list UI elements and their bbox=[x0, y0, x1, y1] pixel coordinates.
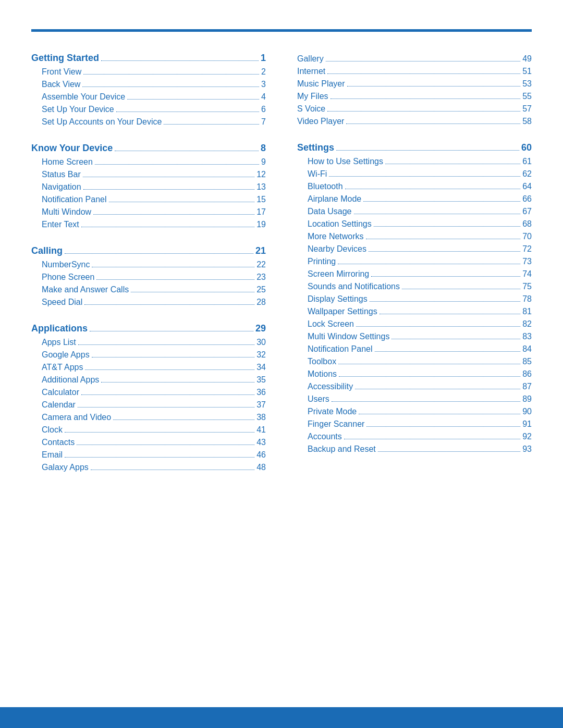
item-label: AT&T Apps bbox=[42, 363, 83, 372]
item-page: 48 bbox=[256, 463, 266, 472]
section-label: Getting Started bbox=[31, 53, 99, 64]
item-label: Navigation bbox=[42, 182, 81, 192]
item-page: 73 bbox=[522, 257, 532, 266]
item-page: 25 bbox=[256, 285, 266, 294]
item-dots bbox=[81, 227, 254, 227]
section-dots bbox=[90, 331, 253, 331]
section-header: Getting Started1 bbox=[31, 53, 266, 64]
item-dots bbox=[344, 439, 520, 439]
item-label: Email bbox=[42, 450, 63, 460]
left-column: Getting Started1Front View2Back View3Ass… bbox=[31, 53, 266, 488]
toc-item: Accounts92 bbox=[297, 430, 532, 443]
item-page: 23 bbox=[256, 273, 266, 282]
toc-section: Know Your Device8Home Screen9Status Bar1… bbox=[31, 143, 266, 231]
toc-item: Calculator36 bbox=[31, 386, 266, 399]
item-label: Back View bbox=[42, 80, 80, 89]
section-page: 21 bbox=[255, 245, 266, 256]
toc-item: Apps List30 bbox=[31, 336, 266, 349]
toc-item: Email46 bbox=[31, 449, 266, 461]
toc-item: S Voice57 bbox=[297, 103, 532, 115]
item-dots bbox=[356, 326, 520, 327]
item-dots bbox=[338, 264, 520, 264]
item-page: 53 bbox=[522, 79, 532, 89]
item-page: 46 bbox=[256, 450, 266, 460]
item-page: 70 bbox=[522, 232, 532, 241]
toc-item: Set Up Your Device6 bbox=[31, 103, 266, 116]
item-dots bbox=[347, 86, 521, 87]
section-dots bbox=[65, 253, 253, 254]
toc-item: Enter Text19 bbox=[31, 218, 266, 231]
item-label: Wallpaper Settings bbox=[308, 307, 377, 316]
toc-item: Screen Mirroring74 bbox=[297, 268, 532, 280]
toc-item: NumberSync22 bbox=[31, 258, 266, 271]
item-dots bbox=[369, 251, 520, 252]
toc-item: Front View2 bbox=[31, 66, 266, 78]
item-dots bbox=[371, 276, 520, 277]
item-dots bbox=[83, 177, 255, 177]
item-label: Video Player bbox=[297, 117, 344, 126]
section-header: Know Your Device8 bbox=[31, 143, 266, 154]
item-label: Internet bbox=[297, 67, 325, 76]
item-label: Clock bbox=[42, 425, 63, 435]
toc-item: Accessibility87 bbox=[297, 380, 532, 393]
item-label: Galaxy Apps bbox=[42, 463, 89, 472]
item-dots bbox=[331, 98, 521, 99]
item-dots bbox=[82, 87, 259, 87]
item-label: Accounts bbox=[308, 432, 342, 441]
item-label: Multi Window bbox=[42, 207, 91, 217]
item-label: Make and Answer Calls bbox=[42, 285, 129, 294]
item-label: More Networks bbox=[308, 232, 364, 241]
item-page: 66 bbox=[522, 194, 532, 204]
bottom-bar bbox=[0, 707, 563, 728]
section-label: Calling bbox=[31, 245, 63, 256]
toc-item: Users89 bbox=[297, 393, 532, 405]
item-page: 13 bbox=[256, 182, 266, 192]
item-dots bbox=[164, 124, 259, 125]
item-dots bbox=[78, 344, 254, 345]
item-label: Users bbox=[308, 394, 329, 404]
item-page: 93 bbox=[522, 445, 532, 454]
item-dots bbox=[366, 426, 520, 427]
item-dots bbox=[355, 389, 520, 389]
item-label: Nearby Devices bbox=[308, 244, 366, 254]
item-label: My Files bbox=[297, 92, 328, 101]
toc-item: Display Settings78 bbox=[297, 293, 532, 305]
item-dots bbox=[366, 239, 521, 239]
item-dots bbox=[109, 202, 255, 202]
section-page: 8 bbox=[261, 143, 266, 154]
item-page: 15 bbox=[256, 195, 266, 204]
item-page: 37 bbox=[256, 400, 266, 410]
toc-item: Location Settings68 bbox=[297, 218, 532, 230]
item-label: Speed Dial bbox=[42, 298, 82, 307]
toc-item: Google Apps32 bbox=[31, 349, 266, 361]
item-dots bbox=[95, 164, 259, 165]
toc-item: Wi-Fi62 bbox=[297, 168, 532, 180]
toc-item: Airplane Mode66 bbox=[297, 193, 532, 205]
toc-item: Nearby Devices72 bbox=[297, 243, 532, 255]
item-label: Status Bar bbox=[42, 170, 81, 179]
toc-item: Notification Panel84 bbox=[297, 343, 532, 355]
item-page: 30 bbox=[256, 338, 266, 347]
item-label: Front View bbox=[42, 67, 81, 77]
item-dots bbox=[78, 407, 254, 408]
item-dots bbox=[354, 214, 521, 214]
section-page: 29 bbox=[255, 323, 266, 334]
item-dots bbox=[385, 164, 520, 164]
item-dots bbox=[116, 112, 259, 112]
item-page: 4 bbox=[261, 92, 266, 102]
item-dots bbox=[391, 339, 520, 339]
item-label: Home Screen bbox=[42, 157, 93, 167]
item-dots bbox=[339, 376, 520, 377]
item-page: 58 bbox=[522, 117, 532, 126]
item-label: Lock Screen bbox=[308, 319, 354, 329]
item-label: Additional Apps bbox=[42, 375, 99, 385]
toc-section: Settings60How to Use Settings61Wi-Fi62Bl… bbox=[297, 142, 532, 455]
toc-section: Applications29Apps List30Google Apps32AT… bbox=[31, 323, 266, 474]
item-page: 38 bbox=[256, 413, 266, 422]
item-page: 62 bbox=[522, 169, 532, 179]
toc-section: Getting Started1Front View2Back View3Ass… bbox=[31, 53, 266, 128]
item-dots bbox=[92, 357, 255, 357]
item-label: Contacts bbox=[42, 438, 75, 447]
item-label: Multi Window Settings bbox=[308, 332, 389, 341]
item-page: 64 bbox=[522, 182, 532, 191]
